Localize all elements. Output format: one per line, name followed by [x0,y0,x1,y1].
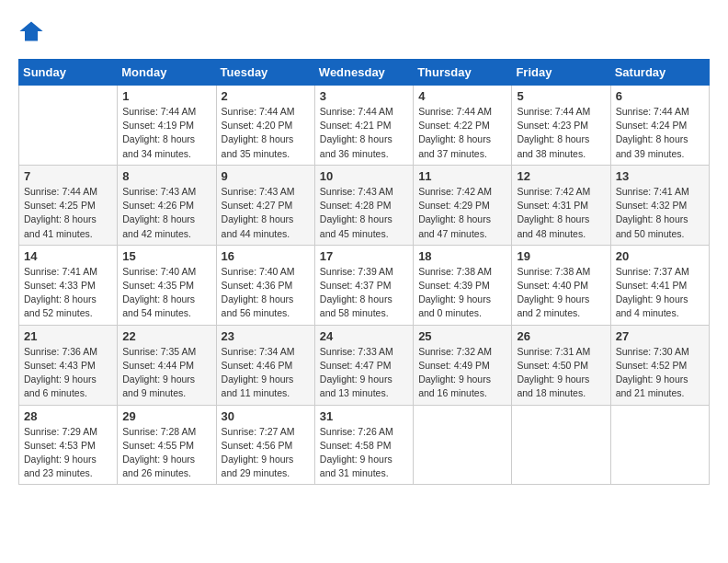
day-number: 1 [122,89,210,103]
day-info: Sunrise: 7:44 AMSunset: 4:21 PMDaylight:… [320,105,408,161]
day-info: Sunrise: 7:44 AMSunset: 4:22 PMDaylight:… [418,105,506,161]
day-info: Sunrise: 7:33 AMSunset: 4:47 PMDaylight:… [320,345,408,401]
day-number: 14 [24,249,112,263]
calendar-cell: 4 Sunrise: 7:44 AMSunset: 4:22 PMDayligh… [414,86,512,166]
day-info: Sunrise: 7:44 AMSunset: 4:25 PMDaylight:… [24,185,112,241]
day-number: 2 [222,89,310,103]
day-number: 17 [320,249,408,263]
calendar-week-3: 21 Sunrise: 7:36 AMSunset: 4:43 PMDaylig… [19,325,710,405]
day-number: 28 [24,409,112,423]
day-number: 25 [418,329,506,343]
calendar-body: 1 Sunrise: 7:44 AMSunset: 4:19 PMDayligh… [19,86,710,485]
day-number: 19 [517,249,605,263]
weekday-header-row: SundayMondayTuesdayWednesdayThursdayFrid… [19,60,710,86]
calendar-cell: 20 Sunrise: 7:37 AMSunset: 4:41 PMDaylig… [610,245,709,325]
calendar-cell: 3 Sunrise: 7:44 AMSunset: 4:21 PMDayligh… [314,86,413,166]
day-number: 15 [122,249,210,263]
weekday-header-friday: Friday [512,60,610,86]
day-info: Sunrise: 7:37 AMSunset: 4:41 PMDaylight:… [616,265,704,321]
day-info: Sunrise: 7:41 AMSunset: 4:33 PMDaylight:… [24,265,112,321]
calendar-cell: 25 Sunrise: 7:32 AMSunset: 4:49 PMDaylig… [414,325,512,405]
day-info: Sunrise: 7:42 AMSunset: 4:29 PMDaylight:… [418,185,506,241]
calendar-cell: 5 Sunrise: 7:44 AMSunset: 4:23 PMDayligh… [512,86,610,166]
day-info: Sunrise: 7:43 AMSunset: 4:26 PMDaylight:… [122,185,210,241]
day-info: Sunrise: 7:40 AMSunset: 4:36 PMDaylight:… [222,265,310,321]
calendar-cell: 15 Sunrise: 7:40 AMSunset: 4:35 PMDaylig… [118,245,216,325]
day-number: 5 [517,89,605,103]
day-number: 11 [418,169,506,183]
calendar-cell: 23 Sunrise: 7:34 AMSunset: 4:46 PMDaylig… [216,325,314,405]
logo-icon [18,18,44,44]
day-number: 21 [24,329,112,343]
calendar-cell: 22 Sunrise: 7:35 AMSunset: 4:44 PMDaylig… [118,325,216,405]
calendar-cell: 12 Sunrise: 7:42 AMSunset: 4:31 PMDaylig… [512,165,610,245]
day-number: 30 [222,409,310,423]
day-number: 18 [418,249,506,263]
day-info: Sunrise: 7:36 AMSunset: 4:43 PMDaylight:… [24,345,112,401]
day-info: Sunrise: 7:31 AMSunset: 4:50 PMDaylight:… [517,345,605,401]
day-info: Sunrise: 7:42 AMSunset: 4:31 PMDaylight:… [517,185,605,241]
weekday-header-tuesday: Tuesday [216,60,314,86]
day-info: Sunrise: 7:26 AMSunset: 4:58 PMDaylight:… [320,425,408,481]
calendar-cell: 30 Sunrise: 7:27 AMSunset: 4:56 PMDaylig… [216,405,314,485]
day-number: 24 [320,329,408,343]
day-info: Sunrise: 7:34 AMSunset: 4:46 PMDaylight:… [222,345,310,401]
day-number: 20 [616,249,704,263]
day-number: 29 [122,409,210,423]
calendar-week-0: 1 Sunrise: 7:44 AMSunset: 4:19 PMDayligh… [19,86,710,166]
calendar-cell: 28 Sunrise: 7:29 AMSunset: 4:53 PMDaylig… [19,405,118,485]
day-info: Sunrise: 7:38 AMSunset: 4:39 PMDaylight:… [418,265,506,321]
calendar-cell: 14 Sunrise: 7:41 AMSunset: 4:33 PMDaylig… [19,245,118,325]
day-number: 9 [222,169,310,183]
calendar-cell: 13 Sunrise: 7:41 AMSunset: 4:32 PMDaylig… [610,165,709,245]
header [18,18,710,44]
day-number: 27 [616,329,704,343]
calendar-cell: 16 Sunrise: 7:40 AMSunset: 4:36 PMDaylig… [216,245,314,325]
day-number: 22 [122,329,210,343]
calendar-week-4: 28 Sunrise: 7:29 AMSunset: 4:53 PMDaylig… [19,405,710,485]
day-info: Sunrise: 7:30 AMSunset: 4:52 PMDaylight:… [616,345,704,401]
calendar-cell: 27 Sunrise: 7:30 AMSunset: 4:52 PMDaylig… [610,325,709,405]
day-info: Sunrise: 7:44 AMSunset: 4:19 PMDaylight:… [122,105,210,161]
day-info: Sunrise: 7:43 AMSunset: 4:28 PMDaylight:… [320,185,408,241]
day-number: 31 [320,409,408,423]
weekday-header-sunday: Sunday [19,60,118,86]
calendar-cell: 17 Sunrise: 7:39 AMSunset: 4:37 PMDaylig… [314,245,413,325]
day-info: Sunrise: 7:27 AMSunset: 4:56 PMDaylight:… [222,425,310,481]
calendar-cell: 19 Sunrise: 7:38 AMSunset: 4:40 PMDaylig… [512,245,610,325]
calendar-cell: 2 Sunrise: 7:44 AMSunset: 4:20 PMDayligh… [216,86,314,166]
day-number: 3 [320,89,408,103]
day-number: 8 [122,169,210,183]
day-info: Sunrise: 7:40 AMSunset: 4:35 PMDaylight:… [122,265,210,321]
calendar-cell: 21 Sunrise: 7:36 AMSunset: 4:43 PMDaylig… [19,325,118,405]
day-number: 10 [320,169,408,183]
day-number: 16 [222,249,310,263]
weekday-header-wednesday: Wednesday [314,60,413,86]
weekday-header-thursday: Thursday [414,60,512,86]
day-info: Sunrise: 7:41 AMSunset: 4:32 PMDaylight:… [616,185,704,241]
day-info: Sunrise: 7:44 AMSunset: 4:24 PMDaylight:… [616,105,704,161]
calendar-cell: 26 Sunrise: 7:31 AMSunset: 4:50 PMDaylig… [512,325,610,405]
calendar-week-2: 14 Sunrise: 7:41 AMSunset: 4:33 PMDaylig… [19,245,710,325]
day-number: 4 [418,89,506,103]
day-number: 12 [517,169,605,183]
calendar-cell: 31 Sunrise: 7:26 AMSunset: 4:58 PMDaylig… [314,405,413,485]
calendar-cell: 18 Sunrise: 7:38 AMSunset: 4:39 PMDaylig… [414,245,512,325]
calendar-cell: 1 Sunrise: 7:44 AMSunset: 4:19 PMDayligh… [118,86,216,166]
calendar-cell [414,405,512,485]
day-number: 26 [517,329,605,343]
calendar-cell: 9 Sunrise: 7:43 AMSunset: 4:27 PMDayligh… [216,165,314,245]
calendar-cell [19,86,118,166]
svg-marker-0 [19,22,42,41]
day-info: Sunrise: 7:32 AMSunset: 4:49 PMDaylight:… [418,345,506,401]
day-info: Sunrise: 7:29 AMSunset: 4:53 PMDaylight:… [24,425,112,481]
calendar-table: SundayMondayTuesdayWednesdayThursdayFrid… [18,59,710,485]
calendar-cell: 6 Sunrise: 7:44 AMSunset: 4:24 PMDayligh… [610,86,709,166]
calendar-cell: 24 Sunrise: 7:33 AMSunset: 4:47 PMDaylig… [314,325,413,405]
day-info: Sunrise: 7:44 AMSunset: 4:20 PMDaylight:… [222,105,310,161]
day-info: Sunrise: 7:38 AMSunset: 4:40 PMDaylight:… [517,265,605,321]
day-info: Sunrise: 7:43 AMSunset: 4:27 PMDaylight:… [222,185,310,241]
logo [18,18,48,44]
calendar-week-1: 7 Sunrise: 7:44 AMSunset: 4:25 PMDayligh… [19,165,710,245]
calendar-cell: 10 Sunrise: 7:43 AMSunset: 4:28 PMDaylig… [314,165,413,245]
